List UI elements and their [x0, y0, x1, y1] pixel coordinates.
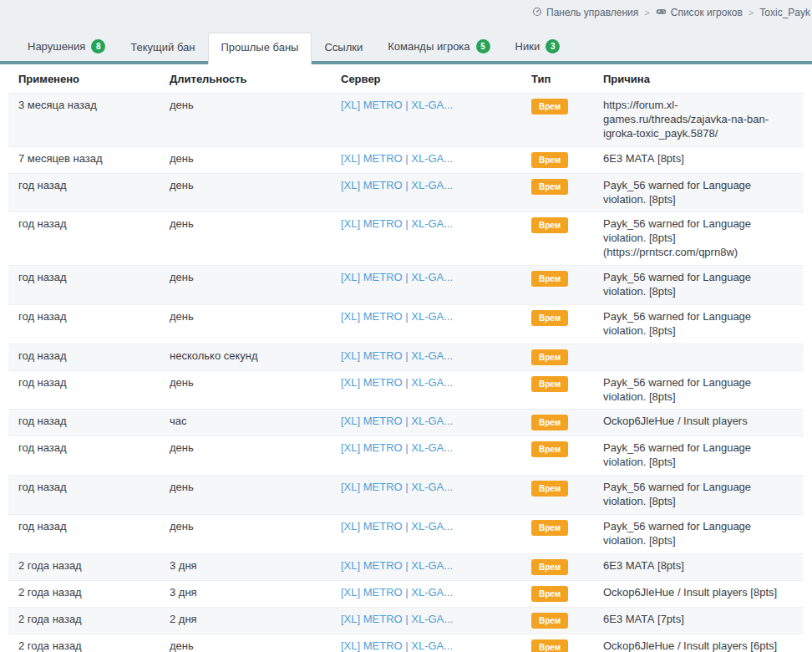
- server-link[interactable]: [XL] METRO | XL-GA...: [341, 376, 453, 389]
- cell-duration: 2 дня: [170, 613, 341, 627]
- cell-duration: день: [170, 217, 341, 232]
- cell-applied: год назад: [8, 481, 170, 495]
- table-row: 2 года назад 2 дня [XL] METRO | XL-GA...…: [8, 607, 804, 634]
- cell-reason: [603, 349, 804, 350]
- server-link[interactable]: [XL] METRO | XL-GA...: [341, 481, 453, 493]
- column-header-applied: Применено: [8, 73, 170, 85]
- tab[interactable]: Ссылки: [312, 33, 375, 61]
- cell-applied: год назад: [8, 179, 170, 193]
- cell-duration: день: [170, 99, 341, 113]
- tab-label: Команды игрока: [388, 40, 469, 53]
- server-link[interactable]: [XL] METRO | XL-GA...: [341, 179, 453, 191]
- cell-duration: день: [170, 310, 341, 324]
- table-row: год назад день [XL] METRO | XL-GA... Вре…: [8, 265, 804, 304]
- table-row: год назад час [XL] METRO | XL-GA... Врем…: [8, 409, 804, 436]
- cell-duration: несколько секунд: [170, 349, 341, 364]
- ban-type-badge: Врем: [531, 179, 568, 195]
- breadcrumb-label: Список игроков: [671, 7, 743, 18]
- table-row: год назад день [XL] METRO | XL-GA... Вре…: [8, 211, 804, 265]
- past-bans-panel: Применено Длительность Сервер Тип Причин…: [0, 64, 812, 652]
- server-link[interactable]: [XL] METRO | XL-GA...: [341, 349, 453, 362]
- breadcrumb-label: Toxic_Payk: [759, 7, 810, 18]
- table-row: год назад день [XL] METRO | XL-GA... Вре…: [8, 370, 804, 410]
- cell-duration: день: [170, 271, 341, 285]
- cell-reason: Ockop6JleHue / Insult players: [603, 415, 804, 429]
- table-row: 2 года назад 3 дня [XL] METRO | XL-GA...…: [8, 553, 804, 580]
- breadcrumb-players-list[interactable]: Список игроков: [656, 6, 743, 19]
- column-header-duration: Длительность: [170, 73, 341, 85]
- cell-duration: день: [170, 441, 341, 456]
- cell-reason: 6Е3 МАТА [7pts]: [603, 613, 804, 627]
- server-link[interactable]: [XL] METRO | XL-GA...: [341, 520, 453, 532]
- server-link[interactable]: [XL] METRO | XL-GA...: [341, 152, 453, 165]
- cell-reason: Payk_56 warned for Language violation. […: [603, 520, 804, 548]
- server-link[interactable]: [XL] METRO | XL-GA...: [341, 586, 453, 599]
- cell-applied: 2 года назад: [8, 586, 170, 600]
- cell-applied: 3 месяца назад: [8, 99, 170, 113]
- cell-duration: день: [170, 520, 341, 534]
- cell-applied: 2 года назад: [8, 559, 170, 573]
- server-link[interactable]: [XL] METRO | XL-GA...: [341, 639, 453, 652]
- cell-applied: 7 месяцев назад: [8, 152, 170, 166]
- cell-applied: год назад: [8, 376, 170, 390]
- cell-applied: год назад: [8, 520, 170, 534]
- cell-duration: день: [170, 179, 341, 193]
- cell-applied: 2 года назад: [8, 639, 170, 652]
- cell-reason: 6Е3 МАТА [8pts]: [603, 152, 804, 166]
- cell-duration: день: [170, 152, 341, 166]
- cell-applied: год назад: [8, 441, 170, 456]
- table-row: год назад день [XL] METRO | XL-GA... Вре…: [8, 514, 804, 553]
- server-link[interactable]: [XL] METRO | XL-GA...: [341, 559, 453, 572]
- cell-reason: Payk_56 warned for Language violation. […: [603, 481, 804, 509]
- cell-duration: 3 дня: [170, 559, 341, 573]
- tab-count-badge: 5: [476, 39, 490, 53]
- tab-label: Нарушения: [28, 40, 85, 53]
- column-header-type: Тип: [531, 73, 603, 85]
- cell-reason: Payk_56 warned for Language violation. […: [603, 179, 804, 207]
- server-link[interactable]: [XL] METRO | XL-GA...: [341, 271, 453, 283]
- server-link[interactable]: [XL] METRO | XL-GA...: [341, 441, 453, 454]
- cell-duration: день: [170, 639, 341, 652]
- cell-reason: Payk_56 warned for Language violation. […: [603, 376, 804, 405]
- tab-label: Текущий бан: [130, 41, 195, 53]
- tab-label: Прошлые баны: [221, 41, 299, 53]
- ban-type-badge: Врем: [531, 586, 568, 602]
- cell-reason: Ockop6JleHue / Insult players [6pts]: [603, 639, 804, 652]
- breadcrumb-player-name[interactable]: Toxic_Payk: [759, 7, 810, 18]
- cell-applied: год назад: [8, 310, 170, 324]
- table-row: год назад день [XL] METRO | XL-GA... Вре…: [8, 304, 804, 344]
- table-row: 7 месяцев назад день [XL] METRO | XL-GA.…: [8, 146, 804, 173]
- table-header-row: Применено Длительность Сервер Тип Причин…: [8, 64, 804, 93]
- cell-applied: год назад: [8, 415, 170, 429]
- cell-applied: год назад: [8, 349, 170, 364]
- tab[interactable]: Нарушения 8: [15, 32, 118, 61]
- breadcrumb-dashboard[interactable]: Панель управления: [532, 7, 638, 19]
- tab[interactable]: Текущий бан: [118, 33, 207, 61]
- server-link[interactable]: [XL] METRO | XL-GA...: [341, 613, 453, 625]
- breadcrumb-separator: >: [644, 8, 649, 18]
- tab[interactable]: Команды игрока 5: [375, 32, 502, 61]
- cell-reason: 6Е3 МАТА [8pts]: [603, 559, 804, 573]
- table-row: год назад день [XL] METRO | XL-GA... Вре…: [8, 475, 804, 514]
- cell-reason: https://forum.xl-games.ru/threads/zajavk…: [603, 99, 804, 141]
- cell-reason: Payk_56 warned for Language violation. […: [603, 441, 804, 470]
- ban-type-badge: Врем: [531, 99, 568, 115]
- server-link[interactable]: [XL] METRO | XL-GA...: [341, 310, 453, 323]
- ban-type-badge: Врем: [531, 441, 568, 457]
- table-row: 2 года назад 3 дня [XL] METRO | XL-GA...…: [8, 580, 804, 607]
- tab-count-badge: 3: [546, 39, 560, 53]
- server-link[interactable]: [XL] METRO | XL-GA...: [341, 99, 453, 111]
- tab-label: Ники: [515, 40, 540, 53]
- cell-duration: 3 дня: [170, 586, 341, 600]
- cell-applied: год назад: [8, 271, 170, 285]
- server-link[interactable]: [XL] METRO | XL-GA...: [341, 217, 453, 230]
- cell-duration: час: [170, 415, 341, 429]
- ban-type-badge: Врем: [531, 349, 568, 365]
- ban-type-badge: Врем: [531, 613, 568, 629]
- tab[interactable]: Ники 3: [503, 32, 573, 61]
- server-link[interactable]: [XL] METRO | XL-GA...: [341, 415, 453, 427]
- cell-reason: Payk_56 warned for Language violation. […: [603, 310, 804, 339]
- cell-duration: день: [170, 376, 341, 390]
- tab[interactable]: Прошлые баны: [208, 33, 312, 64]
- ban-type-badge: Врем: [531, 152, 568, 168]
